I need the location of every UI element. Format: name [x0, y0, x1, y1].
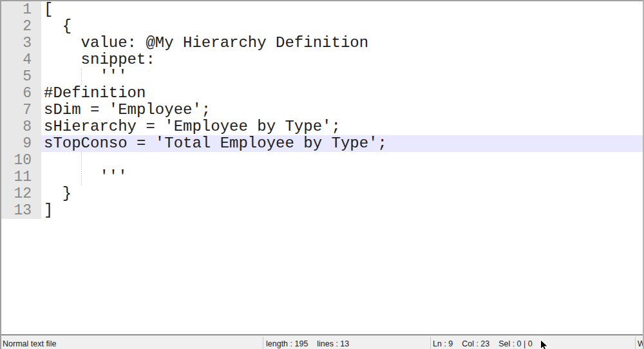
- code-line-text[interactable]: #Definition: [41, 85, 643, 102]
- code-line[interactable]: 3 value: @My Hierarchy Definition: [1, 35, 643, 52]
- code-line-text[interactable]: value: @My Hierarchy Definition: [41, 35, 643, 52]
- status-separator: [263, 337, 263, 349]
- code-line[interactable]: 8 sHierarchy = 'Employee by Type';: [1, 118, 643, 135]
- status-length-lines: length : 195 lines : 13: [266, 339, 349, 349]
- indent-guide: [81, 68, 82, 86]
- code-line[interactable]: 6 #Definition: [1, 85, 643, 102]
- code-line[interactable]: 11 ''': [1, 169, 643, 185]
- line-number[interactable]: 4: [1, 52, 41, 68]
- line-number[interactable]: 8: [1, 118, 41, 135]
- status-separator: [635, 337, 636, 349]
- code-line-current[interactable]: 9 sTopConso = 'Total Employee by Type';: [1, 135, 643, 152]
- code-line[interactable]: 10: [1, 152, 643, 169]
- window-border-top: [0, 0, 644, 1]
- code-line-text[interactable]: snippet:: [41, 52, 643, 68]
- line-number[interactable]: 5: [1, 68, 41, 85]
- line-number[interactable]: 11: [1, 169, 41, 185]
- status-caret-position: Ln : 9 Col : 23 Sel : 0 | 0: [433, 339, 533, 349]
- code-line[interactable]: 4 snippet:: [1, 52, 643, 68]
- line-number[interactable]: 6: [1, 85, 41, 102]
- code-line-text[interactable]: [: [41, 1, 643, 18]
- window-border-left: [0, 0, 1, 349]
- code-line-text[interactable]: ''': [41, 68, 643, 85]
- line-number[interactable]: 1: [1, 1, 41, 18]
- code-line-text[interactable]: sTopConso = 'Total Employee by Type';: [41, 135, 643, 152]
- code-line-text[interactable]: }: [41, 185, 643, 202]
- code-line-text[interactable]: ''': [41, 169, 643, 185]
- line-number[interactable]: 13: [1, 202, 41, 219]
- line-number[interactable]: 2: [1, 18, 41, 35]
- status-doc-type: Normal text file: [3, 339, 56, 349]
- code-line-text[interactable]: sHierarchy = 'Employee by Type';: [41, 118, 643, 135]
- code-line[interactable]: 13 ]: [1, 202, 643, 219]
- code-line-text[interactable]: [41, 152, 643, 169]
- line-number[interactable]: 9: [1, 135, 41, 152]
- mouse-pointer-icon: [540, 339, 549, 349]
- line-number[interactable]: 7: [1, 102, 41, 118]
- code-line-text[interactable]: ]: [41, 202, 643, 219]
- code-line[interactable]: 2 {: [1, 18, 643, 35]
- status-separator: [430, 337, 431, 349]
- text-editor-area[interactable]: 1 [ 2 { 3 value: @My Hierarchy Definitio…: [1, 1, 643, 334]
- code-line-text[interactable]: {: [41, 18, 643, 35]
- code-line-text[interactable]: sDim = 'Employee';: [41, 102, 643, 118]
- line-number[interactable]: 3: [1, 35, 41, 52]
- code-line[interactable]: 7 sDim = 'Employee';: [1, 102, 643, 118]
- code-line[interactable]: 12 }: [1, 185, 643, 202]
- code-line[interactable]: 1 [: [1, 1, 643, 18]
- indent-guide: [81, 152, 82, 186]
- code-line[interactable]: 5 ''': [1, 68, 643, 85]
- line-number[interactable]: 10: [1, 152, 41, 169]
- line-number[interactable]: 12: [1, 185, 41, 202]
